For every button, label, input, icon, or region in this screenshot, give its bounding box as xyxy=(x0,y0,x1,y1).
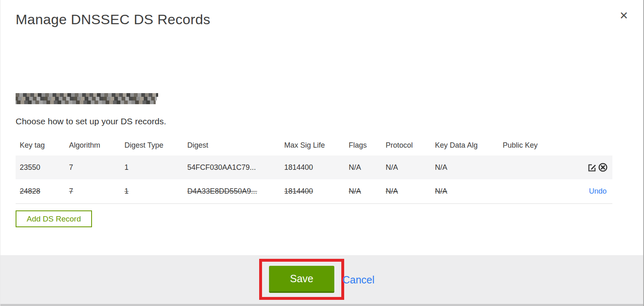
cell-digest-type: 1 xyxy=(120,163,183,172)
header-protocol: Protocol xyxy=(382,141,431,150)
edit-icon[interactable] xyxy=(587,162,597,172)
cell-digest-type: 1 xyxy=(120,187,183,196)
cell-max-sig-life: 1814400 xyxy=(280,163,345,172)
instruction-text: Choose how to set up your DS records. xyxy=(16,116,166,126)
cell-flags: N/A xyxy=(345,187,382,196)
cell-key-tag: 24828 xyxy=(16,187,65,196)
row-actions: Undo xyxy=(556,187,612,196)
cancel-link[interactable]: Cancel xyxy=(343,274,375,286)
cell-max-sig-life: 1814400 xyxy=(280,187,345,196)
redacted-domain-name xyxy=(16,93,158,104)
cell-flags: N/A xyxy=(345,163,382,172)
row-actions xyxy=(556,162,612,172)
dnssec-modal: Manage DNSSEC DS Records ✕ Choose how to… xyxy=(0,0,644,306)
cell-digest: D4A33E8DD550A9... xyxy=(183,187,280,196)
ds-records-table: Key tag Algorithm Digest Type Digest Max… xyxy=(16,135,612,204)
header-key-tag: Key tag xyxy=(16,141,65,150)
table-header-row: Key tag Algorithm Digest Type Digest Max… xyxy=(16,135,612,155)
table-row: 23550 7 1 54FCF030AA1C79... 1814400 N/A … xyxy=(16,155,612,179)
cell-key-data-alg: N/A xyxy=(431,163,499,172)
header-flags: Flags xyxy=(345,141,382,150)
save-button[interactable]: Save xyxy=(269,266,334,293)
close-icon[interactable]: ✕ xyxy=(616,8,631,23)
header-public-key: Public Key xyxy=(499,141,556,150)
header-algorithm: Algorithm xyxy=(65,141,120,150)
header-digest: Digest xyxy=(183,141,280,150)
cell-protocol: N/A xyxy=(382,163,431,172)
annotation-highlight-box: Save xyxy=(259,259,344,300)
delete-icon[interactable] xyxy=(598,162,608,172)
page-title: Manage DNSSEC DS Records xyxy=(16,11,210,27)
add-ds-record-button[interactable]: Add DS Record xyxy=(16,210,92,227)
cell-algorithm: 7 xyxy=(65,163,120,172)
header-max-sig-life: Max Sig Life xyxy=(280,141,345,150)
table-row-deleted: 24828 7 1 D4A33E8DD550A9... 1814400 N/A … xyxy=(16,179,612,204)
undo-link[interactable]: Undo xyxy=(589,187,607,195)
cell-algorithm: 7 xyxy=(65,187,120,196)
header-digest-type: Digest Type xyxy=(120,141,183,150)
header-key-data-alg: Key Data Alg xyxy=(431,141,499,150)
cell-key-data-alg: N/A xyxy=(431,187,499,196)
cell-key-tag: 23550 xyxy=(16,163,65,172)
cell-protocol: N/A xyxy=(382,187,431,196)
cell-digest: 54FCF030AA1C79... xyxy=(183,163,280,172)
